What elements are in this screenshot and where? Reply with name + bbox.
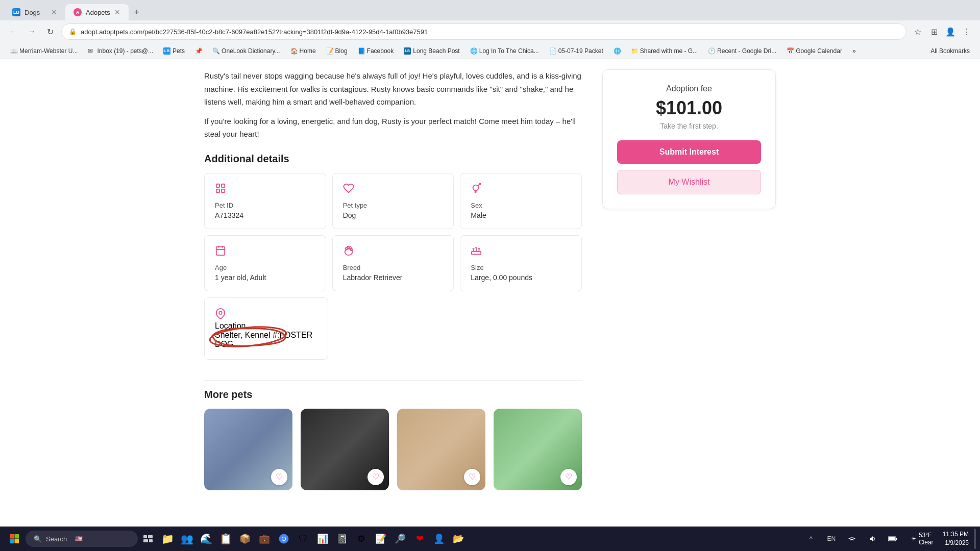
bookmark-star-button[interactable]: ☆: [911, 24, 925, 39]
profile-button[interactable]: 👤: [943, 24, 958, 39]
bookmark-fb2[interactable]: 📌: [191, 46, 206, 56]
app1-button[interactable]: 📦: [236, 530, 254, 548]
file-explorer-button[interactable]: 📁: [158, 530, 177, 548]
sound-icon[interactable]: [863, 530, 881, 548]
app3-button[interactable]: ❤: [410, 530, 429, 548]
pet-4-wishlist-button[interactable]: ♡: [560, 469, 577, 485]
system-clock[interactable]: 11:35 PM 1/9/2025: [939, 530, 973, 547]
main-container: Rusty's tail never stops wagging because…: [184, 59, 796, 500]
chrome-button[interactable]: [275, 530, 293, 548]
location-value-line1: Shelter, Kennel #:FOSTER: [215, 331, 317, 340]
svg-point-4: [473, 185, 479, 190]
bookmark-shared[interactable]: 📁 Shared with me - G...: [627, 46, 702, 56]
bookmark-all-bookmarks[interactable]: All Bookmarks: [926, 46, 974, 56]
bookmark-recent[interactable]: 🕐 Recent - Google Dri...: [704, 46, 780, 56]
network-icon[interactable]: [843, 530, 861, 548]
bookmark-shared-icon: 📁: [631, 47, 638, 55]
age-value: 1 year old, Adult: [215, 273, 315, 282]
forward-button[interactable]: →: [24, 24, 39, 39]
bookmark-packet-icon: 📄: [549, 47, 556, 55]
tab-dogs[interactable]: LB Dogs ✕: [4, 4, 65, 20]
teams3-button[interactable]: 👤: [430, 530, 448, 548]
new-tab-button[interactable]: +: [129, 4, 145, 20]
bookmark-packet-label: 05-07-19 Packet: [558, 47, 603, 55]
bookmark-onelook[interactable]: 🔍 OneLook Dictionary...: [208, 46, 284, 56]
bookmark-google1[interactable]: 🌐: [609, 46, 625, 56]
bookmark-login[interactable]: 🌐 Log In To The Chica...: [466, 46, 543, 56]
pet-1-wishlist-button[interactable]: ♡: [271, 469, 287, 485]
pet-type-value: Dog: [343, 211, 444, 219]
bookmark-facebook[interactable]: 📘 Facebook: [354, 46, 398, 56]
pet-type-icon: [343, 183, 444, 196]
pet-description: Rusty's tail never stops wagging because…: [204, 69, 582, 141]
extension-button[interactable]: ⊞: [927, 24, 941, 39]
security-button[interactable]: 🛡: [294, 530, 312, 548]
location-icon: [215, 308, 317, 321]
bookmark-pets-label: Pets: [173, 47, 185, 55]
menu-button[interactable]: ⋮: [960, 24, 974, 39]
pet-id-value: A713324: [215, 211, 315, 219]
bookmark-more-label: »: [852, 47, 856, 55]
location-value-line2: DOG: [215, 340, 317, 349]
taskview-button[interactable]: [139, 530, 157, 548]
bookmark-more[interactable]: »: [848, 46, 860, 56]
bookmark-all-label: All Bookmarks: [930, 47, 970, 55]
app2-button[interactable]: 🔎: [391, 530, 409, 548]
bookmark-lbpost[interactable]: LB Long Beach Post: [400, 46, 463, 56]
svg-rect-1: [222, 184, 225, 187]
file-manager-button[interactable]: 📂: [449, 530, 468, 548]
teams2-button[interactable]: 💼: [255, 530, 274, 548]
tab-adopets-close[interactable]: ✕: [114, 8, 120, 16]
weather-display[interactable]: ☀ 53°F Clear: [907, 532, 938, 546]
fee-label: Adoption fee: [617, 84, 761, 93]
bookmark-gcal[interactable]: 📅 Google Calendar: [782, 46, 846, 56]
sex-icon: [471, 183, 571, 196]
edge-button[interactable]: 🌊: [197, 530, 215, 548]
tab-dogs-close[interactable]: ✕: [51, 8, 57, 16]
apps-button[interactable]: ⚙: [352, 530, 371, 548]
tab-adopets[interactable]: A Adopets ✕: [65, 4, 129, 20]
show-desktop-button[interactable]: [974, 529, 976, 549]
bookmarks-bar: 📖 Merriam-Webster U... ✉ Inbox (19) - pe…: [0, 43, 980, 59]
bookmark-pets[interactable]: LB Pets: [159, 46, 189, 56]
onenote-button[interactable]: 📓: [333, 530, 351, 548]
back-button[interactable]: ←: [6, 24, 20, 39]
age-label: Age: [215, 264, 315, 271]
pet-2-wishlist-button[interactable]: ♡: [368, 469, 384, 485]
bookmark-merriam[interactable]: 📖 Merriam-Webster U...: [6, 46, 82, 56]
my-wishlist-button[interactable]: My Wishlist: [617, 170, 761, 194]
svg-point-20: [219, 311, 222, 314]
reload-button[interactable]: ↻: [43, 24, 57, 39]
svg-rect-23: [15, 534, 19, 539]
bookmark-home[interactable]: 🏠 Home: [286, 46, 320, 56]
bookmark-gcal-icon: 📅: [787, 47, 794, 55]
word-button[interactable]: 📝: [372, 530, 390, 548]
pet-3-wishlist-button[interactable]: ♡: [464, 469, 480, 485]
additional-details-title: Additional details: [204, 153, 582, 165]
bookmark-gmail[interactable]: ✉ Inbox (19) - pets@...: [84, 46, 157, 56]
bookmark-blog[interactable]: 📝 Blog: [322, 46, 352, 56]
bookmark-blog-label: Blog: [335, 47, 348, 55]
submit-interest-button[interactable]: Submit Interest: [617, 140, 761, 164]
show-hidden-icons-button[interactable]: ^: [802, 530, 820, 548]
system-tray: ^ EN: [798, 530, 906, 548]
weather-info: 53°F Clear: [919, 532, 934, 546]
acrobat-button[interactable]: 📋: [216, 530, 235, 548]
pets-grid: ♡ ♡ ♡ ♡: [204, 409, 582, 490]
clock-time: 11:35 PM: [943, 530, 969, 539]
teams-button[interactable]: 👥: [178, 530, 196, 548]
taskbar-search-box[interactable]: 🔍 Search 🇺🇸: [26, 531, 138, 547]
excel-button[interactable]: 📊: [313, 530, 332, 548]
size-label: Size: [471, 264, 571, 271]
start-button[interactable]: [4, 529, 24, 549]
battery-indicator-icon: [888, 536, 897, 542]
file-manager-icon: 📂: [453, 533, 464, 544]
location-label: Location: [215, 321, 317, 331]
language-indicator[interactable]: EN: [822, 530, 841, 548]
bookmark-merriam-icon: 📖: [10, 47, 17, 55]
battery-icon[interactable]: [884, 530, 902, 548]
bookmark-facebook-label: Facebook: [367, 47, 394, 55]
bookmark-packet[interactable]: 📄 05-07-19 Packet: [545, 46, 607, 56]
bookmark-blog-icon: 📝: [326, 47, 333, 55]
address-bar[interactable]: 🔒 adopt.adoptpets.com/pet/bc227536-ff5f-…: [61, 23, 906, 40]
